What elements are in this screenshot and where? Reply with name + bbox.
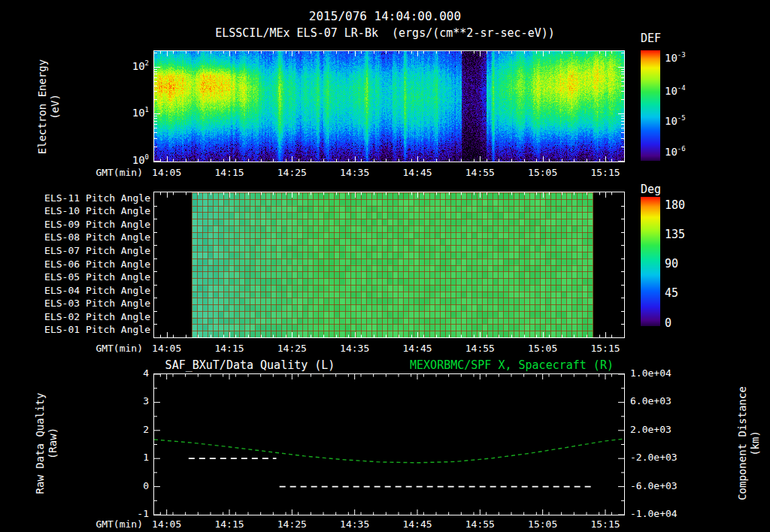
deg-colorbar-gradient bbox=[641, 197, 660, 326]
spectrogram-y-axis-label-line1: Electron Energy bbox=[36, 24, 49, 189]
pitch-time-tick-label: 14:35 bbox=[332, 343, 377, 355]
quality-y-axis-label-line2: (Raw) bbox=[47, 361, 59, 526]
distance-y-tick-label: 1.0e+04 bbox=[630, 367, 693, 379]
def-colorbar bbox=[641, 50, 660, 161]
spectrogram-y-axis-label: Electron Energy (eV) bbox=[36, 24, 62, 189]
spectrogram-time-tick-label: 14:05 bbox=[144, 167, 189, 179]
spectrogram-gmt-axis-label: GMT(min) bbox=[78, 167, 143, 179]
quality-time-tick-label: 14:15 bbox=[207, 518, 252, 530]
spectrogram-time-tick-label: 14:35 bbox=[332, 167, 377, 179]
distance-y-tick-label: 2.0e+03 bbox=[630, 424, 693, 436]
quality-time-tick-label: 14:05 bbox=[144, 518, 189, 530]
distance-y-tick-label: 6.0e+03 bbox=[630, 395, 693, 407]
quality-y-tick-label: 4 bbox=[119, 367, 149, 379]
deg-colorbar-tick-label: 90 bbox=[665, 258, 710, 270]
quality-distance-chart bbox=[154, 374, 624, 515]
distance-y-tick-label: -2.0e+03 bbox=[630, 452, 693, 464]
spectrogram-plot-area bbox=[153, 50, 625, 162]
pitch-row-label: ELS-05 Pitch Angle bbox=[38, 271, 150, 283]
distance-y-tick-label: -6.0e+03 bbox=[630, 480, 693, 492]
distance-y-axis-label-line1: Component Distance bbox=[736, 361, 749, 526]
pitch-row-label: ELS-06 Pitch Angle bbox=[38, 258, 150, 271]
def-colorbar-tick-label: 10-6 bbox=[665, 146, 717, 158]
spectrogram-canvas bbox=[154, 51, 624, 162]
pitch-gmt-axis-label: GMT(min) bbox=[78, 343, 143, 355]
spectrogram-time-tick-label: 15:15 bbox=[583, 167, 628, 179]
pitch-time-tick-label: 14:05 bbox=[144, 343, 189, 355]
spectrogram-y-tick-label: 100 bbox=[114, 154, 149, 166]
timestamp-title: 2015/076 14:04:00.000 bbox=[0, 9, 770, 23]
spectrogram-time-tick-label: 15:05 bbox=[520, 167, 565, 179]
pitch-row-label: ELS-02 Pitch Angle bbox=[38, 311, 150, 323]
def-colorbar-tick-label: 10-5 bbox=[665, 115, 717, 127]
spacecraft-series-title: MEXORBMC/SPF X, Spacecraft (R) bbox=[401, 359, 623, 371]
els-science-data-display: 2015/076 14:04:00.000 ELSSCIL/MEx ELS-07… bbox=[0, 0, 770, 532]
quality-time-tick-label: 15:05 bbox=[520, 518, 565, 530]
quality-y-axis-label-line1: Raw Data Quality bbox=[34, 361, 47, 526]
spectrogram-y-tick-label: 101 bbox=[114, 107, 149, 119]
pitch-angle-plot-area bbox=[153, 192, 625, 338]
def-colorbar-title: DEF bbox=[641, 32, 661, 45]
pitch-row-label: ELS-04 Pitch Angle bbox=[38, 285, 150, 297]
deg-colorbar-tick-label: 135 bbox=[665, 228, 710, 240]
quality-y-tick-label: 2 bbox=[119, 424, 149, 436]
quality-gmt-axis-label: GMT(min) bbox=[78, 518, 143, 530]
pitch-time-tick-label: 14:55 bbox=[457, 343, 502, 355]
quality-y-tick-label: -1 bbox=[119, 508, 149, 520]
pitch-row-label: ELS-09 Pitch Angle bbox=[38, 219, 150, 231]
quality-time-tick-label: 15:15 bbox=[583, 518, 628, 530]
quality-time-tick-label: 14:45 bbox=[395, 518, 440, 530]
pitch-row-label: ELS-11 Pitch Angle bbox=[38, 192, 150, 204]
pitch-time-tick-label: 15:05 bbox=[520, 343, 565, 355]
spectrogram-time-tick-label: 14:15 bbox=[207, 167, 252, 179]
deg-colorbar-tick-label: 180 bbox=[665, 199, 710, 211]
spectrogram-y-axis-label-line2: (eV) bbox=[49, 24, 62, 189]
pitch-row-label: ELS-10 Pitch Angle bbox=[38, 205, 150, 217]
pitch-row-label: ELS-08 Pitch Angle bbox=[38, 231, 150, 243]
quality-time-tick-label: 14:55 bbox=[457, 518, 502, 530]
quality-time-tick-label: 14:35 bbox=[332, 518, 377, 530]
quality-y-tick-label: 0 bbox=[119, 480, 149, 492]
spectrogram-y-tick-label: 102 bbox=[114, 60, 149, 72]
quality-time-tick-label: 14:25 bbox=[269, 518, 314, 530]
quality-y-tick-label: 3 bbox=[119, 395, 149, 407]
def-colorbar-tick-label: 10-3 bbox=[665, 52, 717, 64]
distance-y-axis-label-line2: (km) bbox=[749, 361, 762, 526]
def-colorbar-tick-label: 10-4 bbox=[665, 85, 717, 97]
pitch-angle-canvas bbox=[154, 192, 624, 337]
pitch-row-label: ELS-01 Pitch Angle bbox=[38, 324, 150, 336]
deg-colorbar bbox=[641, 197, 660, 326]
spectrogram-time-tick-label: 14:45 bbox=[395, 167, 440, 179]
quality-y-tick-label: 1 bbox=[119, 452, 149, 464]
quality-series-title: SAF_BXuT/Data Quality (L) bbox=[154, 359, 346, 371]
pitch-row-label: ELS-03 Pitch Angle bbox=[38, 298, 150, 310]
deg-colorbar-title: Deg bbox=[641, 183, 661, 196]
pitch-time-tick-label: 14:25 bbox=[269, 343, 314, 355]
spectrogram-time-tick-label: 14:55 bbox=[457, 167, 502, 179]
pitch-time-tick-label: 14:45 bbox=[395, 343, 440, 355]
pitch-row-label: ELS-07 Pitch Angle bbox=[38, 245, 150, 257]
deg-colorbar-tick-label: 0 bbox=[665, 317, 710, 329]
pitch-time-tick-label: 15:15 bbox=[583, 343, 628, 355]
deg-colorbar-tick-label: 45 bbox=[665, 287, 710, 299]
quality-y-axis-label: Raw Data Quality (Raw) bbox=[34, 361, 59, 526]
pitch-time-tick-label: 14:15 bbox=[207, 343, 252, 355]
spectrogram-time-tick-label: 14:25 bbox=[269, 167, 314, 179]
distance-y-axis-label: Component Distance (km) bbox=[736, 361, 762, 526]
quality-distance-plot-area bbox=[153, 373, 625, 515]
def-colorbar-gradient bbox=[641, 50, 660, 161]
distance-y-tick-label: -1.0e+04 bbox=[630, 508, 693, 520]
